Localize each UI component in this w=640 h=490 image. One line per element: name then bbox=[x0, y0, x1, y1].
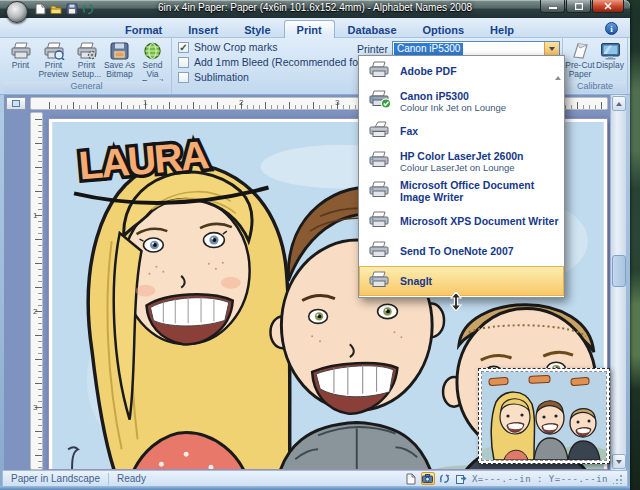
printer-name: Canon iP5300 bbox=[400, 90, 506, 102]
printer-name: HP Color LaserJet 2600n bbox=[400, 150, 524, 162]
window-controls bbox=[539, 0, 624, 13]
printer-icon bbox=[368, 271, 390, 288]
print-preview-icon bbox=[43, 41, 65, 61]
chevron-down-icon bbox=[549, 47, 555, 51]
printer-item-hp-laserjet[interactable]: HP Color LaserJet 2600nColour LaserJet o… bbox=[359, 146, 564, 176]
title-bar: 6in x 4in Paper: Paper (4x6in 101.6x152.… bbox=[0, 0, 630, 18]
floppy-disk-icon bbox=[110, 41, 129, 61]
window-bottom-border bbox=[0, 486, 630, 490]
printer-name: Microsoft XPS Document Writer bbox=[400, 215, 559, 227]
vertical-ruler: 1 2 3 bbox=[30, 112, 43, 470]
printer-dropdown-button[interactable] bbox=[544, 42, 559, 56]
print-setup-icon bbox=[76, 41, 98, 61]
print-preview-label: Print Preview bbox=[37, 61, 70, 79]
thumbnail-selection-border bbox=[481, 371, 607, 461]
status-capture-button[interactable] bbox=[421, 472, 435, 485]
pre-cut-paper-button[interactable]: Pre-Cut Paper bbox=[565, 39, 595, 79]
display-label: Display bbox=[596, 61, 624, 70]
status-bar: Paper in Landscape Ready X=---.--in : Y=… bbox=[2, 470, 628, 486]
pre-cut-paper-label: Pre-Cut Paper bbox=[565, 61, 595, 79]
refresh-icon bbox=[439, 473, 450, 484]
printer-icon bbox=[368, 241, 390, 258]
sublimation-checkbox[interactable] bbox=[178, 72, 189, 83]
tab-format[interactable]: Format bbox=[112, 20, 175, 38]
tab-style[interactable]: Style bbox=[231, 20, 283, 38]
group-label-general: General bbox=[3, 81, 170, 93]
group-label-calibrate: Calibrate bbox=[564, 81, 626, 93]
scroll-up-button[interactable] bbox=[612, 96, 626, 111]
arrow-up-icon bbox=[616, 102, 622, 106]
printer-icon bbox=[368, 61, 390, 78]
maximize-icon bbox=[575, 3, 583, 10]
tab-help[interactable]: Help bbox=[477, 20, 527, 38]
ribbon-group-general: Print Print Preview Print Setup... Save … bbox=[2, 38, 172, 94]
ruler-number: 2 bbox=[239, 98, 243, 107]
printer-dropdown-list: Adobe PDF Canon iP5300Colour Ink Jet on … bbox=[358, 55, 565, 298]
default-printer-icon bbox=[368, 90, 392, 109]
resize-grip[interactable] bbox=[613, 474, 623, 484]
camera-icon bbox=[422, 474, 433, 483]
tab-insert[interactable]: Insert bbox=[175, 20, 231, 38]
ribbon-group-calibrate: Pre-Cut Paper Display Calibrate bbox=[562, 38, 628, 94]
tab-options[interactable]: Options bbox=[410, 20, 478, 38]
display-button[interactable]: Display bbox=[595, 39, 625, 79]
printer-field-label: Printer bbox=[357, 43, 388, 55]
print-label: Print bbox=[12, 61, 29, 70]
page-icon bbox=[406, 473, 416, 485]
tab-database[interactable]: Database bbox=[335, 20, 410, 38]
ribbon-tabs: Format Insert Style Print Database Optio… bbox=[112, 20, 527, 38]
print-preview-thumbnail[interactable] bbox=[478, 368, 610, 464]
status-new-page-button[interactable] bbox=[404, 472, 418, 485]
printer-item-fax[interactable]: Fax bbox=[359, 116, 564, 146]
minimize-button[interactable] bbox=[540, 0, 565, 13]
printer-icon bbox=[368, 181, 390, 198]
tab-print[interactable]: Print bbox=[284, 20, 335, 38]
printer-item-adobe-pdf[interactable]: Adobe PDF bbox=[359, 56, 564, 86]
close-button[interactable] bbox=[592, 0, 624, 13]
status-bar-tools: X=---.--in : Y=---.--in bbox=[404, 472, 627, 485]
monitor-icon bbox=[600, 41, 621, 61]
printer-icon bbox=[10, 41, 32, 61]
close-icon bbox=[604, 2, 612, 10]
save-as-bitmap-label: Save As Bitmap bbox=[103, 61, 136, 79]
ribbon-tab-row: Format Insert Style Print Database Optio… bbox=[0, 18, 630, 38]
status-refresh-button[interactable] bbox=[438, 472, 452, 485]
ruler-number: 1 bbox=[33, 211, 37, 220]
scroll-down-button[interactable] bbox=[612, 454, 626, 469]
cursor-coordinates: X=---.--in : Y=---.--in bbox=[472, 474, 608, 484]
printer-name: Adobe PDF bbox=[400, 65, 457, 77]
application-orb-button[interactable] bbox=[6, 1, 28, 23]
maximize-button[interactable] bbox=[566, 0, 591, 13]
printer-desc: Colour LaserJet on Lounge bbox=[400, 162, 524, 173]
printer-icon bbox=[368, 151, 390, 168]
printer-name: Send To OneNote 2007 bbox=[400, 245, 514, 257]
email-globe-icon bbox=[143, 41, 162, 61]
application-window: 6in x 4in Paper: Paper (4x6in 101.6x152.… bbox=[0, 0, 630, 490]
paper-sheet-icon bbox=[570, 41, 590, 61]
printer-item-canon-ip5300[interactable]: Canon iP5300Colour Ink Jet on Lounge bbox=[359, 86, 564, 116]
resize-cursor-icon bbox=[450, 292, 462, 311]
status-ready: Ready bbox=[109, 473, 154, 484]
thumbnail-artwork bbox=[482, 372, 606, 460]
status-paper-orientation: Paper in Landscape bbox=[3, 473, 108, 484]
printer-item-ms-office-image-writer[interactable]: Microsoft Office Document Image Writer bbox=[359, 176, 564, 206]
status-export-button[interactable] bbox=[455, 472, 469, 485]
bleed-checkbox[interactable] bbox=[178, 57, 189, 68]
export-icon bbox=[456, 473, 467, 484]
info-icon[interactable]: i bbox=[605, 22, 618, 35]
vertical-scrollbar[interactable] bbox=[610, 95, 626, 470]
printer-name: Microsoft Office Document Image Writer bbox=[400, 179, 564, 203]
ruler-origin-button[interactable] bbox=[6, 97, 26, 110]
printer-desc: Colour Ink Jet on Lounge bbox=[400, 102, 506, 113]
minimize-icon bbox=[549, 3, 557, 9]
crop-marks-checkbox[interactable]: ✓ bbox=[178, 42, 189, 53]
scrollbar-thumb[interactable] bbox=[612, 255, 626, 287]
printer-item-ms-xps-writer[interactable]: Microsoft XPS Document Writer bbox=[359, 206, 564, 236]
printer-icon bbox=[368, 211, 390, 228]
window-title: 6in x 4in Paper: Paper (4x6in 101.6x152.… bbox=[0, 2, 630, 13]
printer-selected-value: Canon iP5300 bbox=[394, 43, 463, 55]
printer-item-onenote[interactable]: Send To OneNote 2007 bbox=[359, 236, 564, 266]
ruler-number: 2 bbox=[33, 307, 37, 316]
ruler-origin-icon bbox=[12, 100, 20, 107]
ruler-number: 3 bbox=[33, 403, 37, 412]
